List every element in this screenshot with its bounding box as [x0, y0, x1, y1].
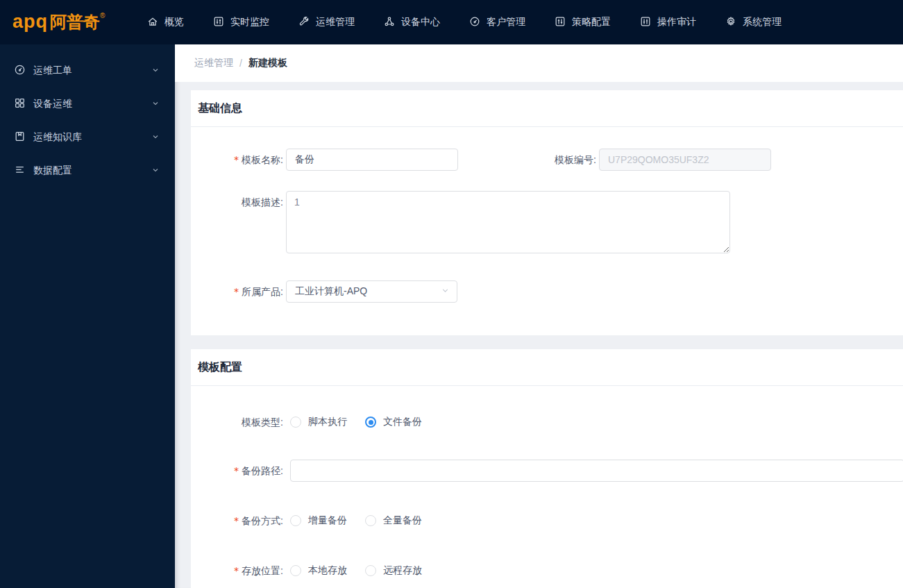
data-config-icon — [14, 164, 26, 178]
product-label: 所属产品: — [198, 280, 283, 303]
sidebar-item-label: 运维知识库 — [33, 131, 82, 144]
brand-logo[interactable]: apq阿普奇® — [0, 11, 139, 33]
template-name-row: 模板名称: 模板编号: — [198, 149, 903, 171]
radio-circle[interactable] — [365, 565, 376, 576]
basic-info-header: 基础信息 — [191, 90, 903, 127]
sidebar-item-label: 数据配置 — [33, 165, 72, 177]
storage-location-row: 存放位置: 本地存放 远程存放 — [198, 560, 903, 582]
strategy-config-icon — [555, 16, 566, 29]
customer-management-icon — [469, 16, 480, 29]
chevron-down-icon[interactable] — [151, 99, 160, 110]
topnav-label: 系统管理 — [743, 16, 782, 28]
template-type-row: 模板类型: 脚本执行 文件备份 — [198, 411, 903, 433]
product-select-value: 工业计算机-APQ — [295, 285, 441, 298]
device-ops-icon — [14, 97, 26, 111]
chevron-down-icon[interactable] — [151, 165, 160, 176]
sidebar-item-label: 运维工单 — [33, 65, 72, 77]
main-content: 运维管理 / 新建模板 基础信息 模板名称: 模板编号: 模板描述: 1 所属产… — [175, 44, 903, 588]
product-select[interactable]: 工业计算机-APQ — [286, 280, 457, 303]
template-desc-row: 模板描述: 1 — [198, 191, 903, 255]
backup-path-label: 备份路径: — [198, 460, 283, 482]
radio-circle[interactable] — [290, 417, 301, 428]
topnav-label: 实时监控 — [230, 16, 269, 28]
backup-path-input[interactable] — [290, 460, 903, 482]
topnav-label: 策略配置 — [572, 16, 611, 28]
topnav-ops-management[interactable]: 运维管理 — [298, 0, 355, 44]
template-config-header: 模板配置 — [191, 349, 903, 386]
radio-script-exec[interactable]: 脚本执行 — [290, 416, 347, 428]
home-icon — [147, 16, 158, 29]
template-desc-textarea[interactable]: 1 — [286, 191, 730, 253]
brand-logo-text: apq — [12, 11, 48, 32]
topnav-strategy-config[interactable]: 策略配置 — [555, 0, 611, 44]
radio-circle[interactable] — [290, 515, 301, 526]
ops-management-icon — [298, 16, 310, 29]
backup-mode-label: 备份方式: — [198, 510, 283, 532]
breadcrumb-current: 新建模板 — [248, 57, 287, 69]
breadcrumb-parent[interactable]: 运维管理 — [194, 57, 233, 69]
radio-remote-storage[interactable]: 远程存放 — [365, 564, 422, 577]
operation-audit-icon — [640, 16, 651, 29]
system-management-icon — [725, 16, 736, 29]
topnav-label: 设备中心 — [401, 16, 440, 28]
radio-incremental-backup[interactable]: 增量备份 — [290, 514, 347, 527]
sidebar-item-device-ops[interactable]: 设备运维 — [0, 87, 175, 121]
chevron-down-icon[interactable] — [151, 65, 160, 76]
topnav-realtime-monitor[interactable]: 实时监控 — [213, 0, 269, 44]
section-title-basic-info: 基础信息 — [198, 101, 242, 116]
sidebar: 运维工单 设备运维 运维知识库 数据配置 — [0, 44, 175, 588]
radio-local-storage[interactable]: 本地存放 — [290, 564, 347, 577]
section-title-template-config: 模板配置 — [198, 360, 242, 375]
radio-full-backup[interactable]: 全量备份 — [365, 514, 422, 527]
knowledge-base-icon — [14, 131, 26, 144]
template-name-label: 模板名称: — [198, 149, 283, 171]
brand-reg-mark: ® — [100, 12, 105, 19]
topnav-device-center[interactable]: 设备中心 — [384, 0, 440, 44]
topnav-overview[interactable]: 概览 — [147, 0, 184, 44]
top-navigation-bar: apq阿普奇® 概览 实时监控 运维管理 设备中心 客户管理 策略配置 操作 — [0, 0, 903, 44]
radio-label: 本地存放 — [308, 564, 347, 577]
sidebar-item-work-order[interactable]: 运维工单 — [0, 54, 175, 87]
template-name-input[interactable] — [286, 149, 458, 171]
template-code-label: 模板编号: — [458, 149, 596, 171]
device-center-icon — [384, 16, 395, 29]
sidebar-item-label: 设备运维 — [33, 98, 72, 110]
radio-label: 脚本执行 — [308, 416, 347, 428]
brand-logo-cn: 阿普奇 — [50, 11, 100, 33]
radio-label: 远程存放 — [383, 564, 422, 577]
template-desc-label: 模板描述: — [198, 191, 283, 213]
backup-mode-row: 备份方式: 增量备份 全量备份 — [198, 510, 903, 532]
realtime-monitor-icon — [213, 16, 224, 29]
topnav-system-management[interactable]: 系统管理 — [725, 0, 782, 44]
topnav-label: 客户管理 — [487, 16, 525, 28]
chevron-down-icon — [441, 286, 450, 297]
template-config-card: 模板配置 模板类型: 脚本执行 文件备份 备份路径: — [191, 349, 903, 588]
sidebar-item-knowledge-base[interactable]: 运维知识库 — [0, 121, 175, 154]
radio-label: 增量备份 — [308, 514, 347, 527]
backup-path-row: 备份路径: — [198, 460, 903, 482]
radio-circle[interactable] — [365, 515, 376, 526]
basic-info-card: 基础信息 模板名称: 模板编号: 模板描述: 1 所属产品: 工业计算机-APQ — [191, 90, 903, 335]
radio-label: 文件备份 — [383, 416, 422, 428]
topnav-label: 概览 — [164, 16, 184, 28]
breadcrumb: 运维管理 / 新建模板 — [175, 44, 903, 82]
chevron-down-icon[interactable] — [151, 132, 160, 143]
work-order-icon — [14, 64, 26, 78]
storage-location-label: 存放位置: — [198, 560, 283, 582]
sidebar-item-data-config[interactable]: 数据配置 — [0, 154, 175, 187]
template-type-label: 模板类型: — [198, 411, 283, 433]
topnav-customer-management[interactable]: 客户管理 — [469, 0, 525, 44]
topnav-label: 操作审计 — [657, 16, 696, 28]
topnav-label: 运维管理 — [316, 16, 355, 28]
radio-file-backup[interactable]: 文件备份 — [365, 416, 422, 428]
radio-circle[interactable] — [290, 565, 301, 576]
radio-circle[interactable] — [365, 417, 376, 428]
breadcrumb-separator: / — [239, 58, 242, 69]
product-row: 所属产品: 工业计算机-APQ — [198, 280, 903, 303]
top-menu: 概览 实时监控 运维管理 设备中心 客户管理 策略配置 操作审计 系统管理 — [147, 0, 782, 44]
radio-label: 全量备份 — [383, 514, 422, 527]
template-code-input — [599, 149, 771, 171]
topnav-operation-audit[interactable]: 操作审计 — [640, 0, 696, 44]
